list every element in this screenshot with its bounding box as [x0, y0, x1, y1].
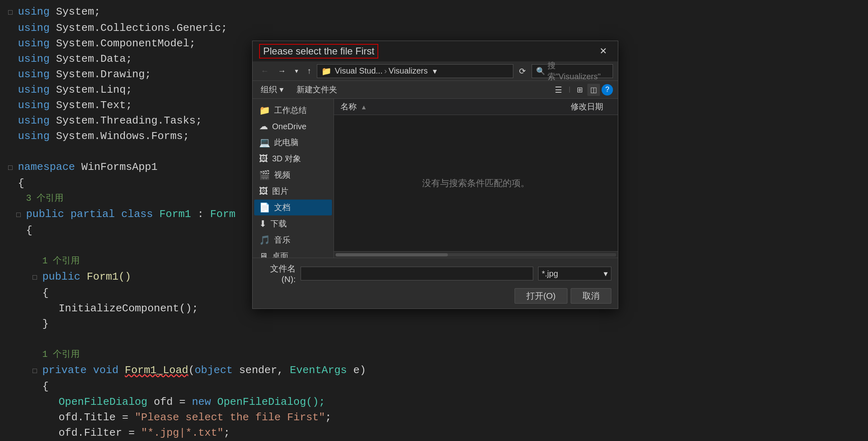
downloads-icon: ⬇ [259, 219, 266, 229]
dialog-title: Please select the file First [259, 44, 595, 59]
filename-input[interactable] [301, 267, 533, 280]
video-icon: 🎬 [259, 170, 270, 180]
cloud-icon: ☁ [259, 121, 268, 132]
music-icon: 🎵 [259, 235, 270, 245]
organize-button[interactable]: 组织 ▾ [257, 83, 287, 97]
help-button[interactable]: ? [602, 84, 613, 96]
breadcrumb-separator: › [384, 66, 387, 76]
sidebar-item-label: 桌面 [272, 251, 288, 258]
filetype-dropdown[interactable]: *.jpg ▾ [538, 267, 611, 280]
dialog-footer: 文件名(N): *.jpg ▾ 打开(O) 取消 [253, 258, 618, 308]
pictures-icon: 🖼 [259, 186, 268, 197]
hscroll-track [336, 253, 616, 256]
code-line: } [0, 316, 868, 332]
sidebar-item-desktop[interactable]: 🖥 桌面 [254, 248, 332, 258]
sidebar-item-label: 此电脑 [274, 137, 299, 148]
code-line: using System.Collections.Generic; [0, 20, 868, 36]
footer-filename-row: 文件名(N): *.jpg ▾ [259, 263, 611, 284]
sidebar-item-label: 3D 对象 [272, 153, 301, 164]
filename-label: 文件名(N): [259, 263, 296, 284]
sidebar-item-pictures[interactable]: 🖼 图片 [254, 183, 332, 199]
dialog-title-text: Please select the file First [259, 44, 378, 59]
sidebar-item-3d[interactable]: 🖼 3D 对象 [254, 151, 332, 167]
cancel-button[interactable]: 取消 [571, 288, 611, 304]
folder-icon: 📁 [259, 105, 270, 116]
code-line: 1 个引用 [0, 347, 868, 363]
nav-up-button[interactable]: ↑ [304, 65, 314, 77]
col-name-header[interactable]: 名称 ▲ [340, 101, 530, 112]
collapse-icon[interactable]: □ [33, 363, 41, 379]
sidebar-item-downloads[interactable]: ⬇ 下载 [254, 216, 332, 232]
dialog-content: 📁 工作总结 ☁ OneDrive 💻 此电脑 🖼 3D 对象 🎬 [253, 99, 618, 258]
dialog-titlebar: Please select the file First ✕ [253, 41, 618, 61]
code-line: { [0, 379, 868, 394]
code-line: □ private void Form1_Load(object sender,… [0, 363, 868, 379]
documents-icon: 📄 [259, 202, 270, 213]
nav-dropdown-button[interactable]: ▾ [292, 65, 301, 76]
dialog-filelist: 名称 ▲ 修改日期 没有与搜索条件匹配的项。 [334, 99, 618, 258]
dialog-close-button[interactable]: ✕ [595, 44, 611, 59]
sidebar-item-label: 音乐 [274, 235, 290, 245]
cube-icon: 🖼 [259, 154, 268, 164]
view-list-button[interactable]: ☰ [552, 83, 565, 96]
breadcrumb-part: Visualizers [388, 66, 427, 76]
filetype-value: *.jpg [542, 269, 558, 278]
collapse-icon[interactable]: □ [33, 270, 41, 285]
code-line: OpenFileDialog ofd = new OpenFileDialog(… [0, 394, 868, 410]
sidebar-item-video[interactable]: 🎬 视频 [254, 167, 332, 183]
sidebar-item-label: 图片 [272, 186, 288, 197]
view-tiles-button[interactable]: ◫ [587, 84, 600, 96]
sidebar-item-documents[interactable]: 📄 文档 [254, 200, 332, 215]
sidebar-item-music[interactable]: 🎵 音乐 [254, 232, 332, 248]
search-bar[interactable]: 🔍 搜索"Visualizers" [532, 64, 613, 78]
hscroll-thumb[interactable] [336, 253, 448, 256]
nav-forward-button[interactable]: → [275, 65, 289, 77]
breadcrumb-bar[interactable]: 📁 Visual Stud... › Visualizers ▾ [317, 64, 513, 78]
breadcrumb-part: Visual Stud... [335, 66, 382, 76]
search-icon: 🔍 [536, 67, 545, 76]
sidebar-item-onedrive[interactable]: ☁ OneDrive [254, 119, 332, 134]
sidebar-item-label: 视频 [274, 169, 290, 180]
dialog-actionbar: 组织 ▾ 新建文件夹 ☰ | ⊞ ◫ ? [253, 81, 618, 99]
nav-back-button[interactable]: ← [257, 65, 272, 77]
sidebar-item-work[interactable]: 📁 工作总结 [254, 102, 332, 118]
computer-icon: 💻 [259, 137, 270, 148]
filelist-hscrollbar[interactable] [334, 251, 618, 258]
collapse-icon[interactable]: □ [8, 5, 16, 20]
dropdown-arrow-icon: ▾ [604, 269, 608, 278]
breadcrumb-dropdown-icon[interactable]: ▾ [433, 66, 437, 76]
code-line: ofd.Title = "Please select the file Firs… [0, 410, 868, 425]
code-line [0, 332, 868, 347]
folder-icon: 📁 [321, 66, 331, 76]
desktop-icon: 🖥 [259, 251, 268, 258]
view-sep: | [567, 86, 571, 93]
collapse-icon[interactable]: □ [8, 160, 16, 176]
code-line: □ using System; [0, 4, 868, 20]
filelist-header: 名称 ▲ 修改日期 [334, 99, 618, 115]
nav-refresh-button[interactable]: ⟳ [516, 65, 529, 78]
filelist-empty-message: 没有与搜索条件匹配的项。 [334, 115, 618, 251]
sidebar-item-label: 下载 [270, 218, 287, 229]
view-details-button[interactable]: ⊞ [574, 84, 586, 96]
open-button[interactable]: 打开(O) [515, 288, 567, 304]
search-placeholder: 搜索"Visualizers" [547, 60, 608, 82]
file-dialog: Please select the file First ✕ ← → ▾ ↑ 📁… [252, 41, 618, 309]
sidebar-item-label: 文档 [274, 202, 290, 213]
footer-buttons: 打开(O) 取消 [259, 288, 611, 304]
dialog-toolbar: ← → ▾ ↑ 📁 Visual Stud... › Visualizers ▾… [253, 61, 618, 81]
sidebar-item-computer[interactable]: 💻 此电脑 [254, 135, 332, 150]
collapse-icon[interactable]: □ [16, 207, 24, 223]
sort-icon: ▲ [361, 104, 367, 111]
sidebar-wrapper: 📁 工作总结 ☁ OneDrive 💻 此电脑 🖼 3D 对象 🎬 [253, 99, 334, 258]
sidebar-item-label: 工作总结 [274, 105, 307, 116]
code-line: ofd.Filter = "*.jpg|*.txt"; [0, 425, 868, 441]
dialog-sidebar: 📁 工作总结 ☁ OneDrive 💻 此电脑 🖼 3D 对象 🎬 [253, 99, 334, 258]
sidebar-item-label: OneDrive [272, 122, 306, 131]
view-icons: ☰ | ⊞ ◫ ? [552, 83, 613, 96]
col-date-header[interactable]: 修改日期 [530, 101, 611, 112]
new-folder-button[interactable]: 新建文件夹 [293, 83, 340, 97]
